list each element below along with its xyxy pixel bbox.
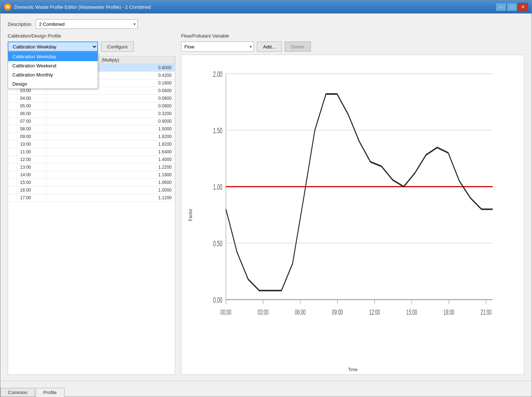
- table-row[interactable]: 14:00 1.1800: [8, 171, 175, 179]
- chart-x-label: Time: [348, 367, 357, 372]
- row-arrow: [8, 179, 17, 186]
- dropdown-item-weekend[interactable]: Calibration Weekend: [8, 61, 98, 70]
- row-value: 1.0600: [46, 179, 175, 186]
- row-arrow: [8, 164, 17, 171]
- title-bar: W Domestic Waste Profile Editor (Wastewa…: [0, 0, 532, 13]
- svg-text:18:00: 18:00: [443, 308, 454, 317]
- table-row[interactable]: 05:00 0.0800: [8, 102, 175, 110]
- row-time: 12:00: [17, 156, 46, 164]
- flow-dropdown-wrapper: Flow BOD TSS ▼: [181, 42, 254, 52]
- row-time: 07:00: [17, 118, 46, 125]
- table-row[interactable]: 13:00 1.2200: [8, 164, 175, 171]
- main-window: W Domestic Waste Profile Editor (Wastewa…: [0, 0, 532, 397]
- row-value: 1.6400: [46, 148, 175, 156]
- row-arrow: [8, 141, 17, 148]
- row-time: 16:00: [17, 186, 46, 194]
- description-label: Description: [8, 21, 31, 27]
- svg-text:0.50: 0.50: [213, 239, 223, 248]
- row-arrow: [8, 194, 17, 202]
- configure-button[interactable]: Configure: [101, 42, 134, 52]
- table-row[interactable]: 15:00 1.0600: [8, 179, 175, 186]
- row-value: 1.1800: [46, 171, 175, 179]
- svg-text:06:00: 06:00: [295, 308, 306, 317]
- table-row[interactable]: 04:00 0.0800: [8, 95, 175, 102]
- table-row[interactable]: 10:00 1.8200: [8, 141, 175, 148]
- flow-controls: Flow BOD TSS ▼ Add... Delete: [181, 42, 524, 52]
- row-value: 1.8200: [46, 133, 175, 141]
- row-value: 1.8200: [46, 141, 175, 148]
- close-button[interactable]: ✕: [518, 3, 528, 11]
- row-value: 1.2200: [46, 164, 175, 171]
- profile-controls: Calibration Weekday Calibration Weekend …: [8, 42, 175, 52]
- description-dropdown-wrapper: 2 Combined Design Other ▼: [36, 19, 138, 29]
- chart-area: Factor Time: [181, 55, 524, 375]
- minimize-button[interactable]: ─: [496, 3, 506, 11]
- svg-text:0.00: 0.00: [213, 295, 223, 304]
- tab-profile[interactable]: Profile: [36, 388, 64, 397]
- flow-section-label: Flow/Pollutant Variable: [181, 33, 524, 39]
- svg-text:00:00: 00:00: [220, 308, 231, 317]
- chart-y-label: Factor: [188, 208, 193, 221]
- row-time: 11:00: [17, 148, 46, 156]
- svg-text:2.00: 2.00: [213, 69, 223, 79]
- table-row[interactable]: 17:00 1.1200: [8, 194, 175, 202]
- table-row[interactable]: 09:00 1.8200: [8, 133, 175, 141]
- row-time: 04:00: [17, 95, 46, 102]
- svg-text:21:00: 21:00: [481, 308, 492, 317]
- dropdown-item-monthly[interactable]: Calibration Monthly: [8, 70, 98, 79]
- content-area: Description 2 Combined Design Other ▼ Ca…: [0, 13, 532, 381]
- row-time: 05:00: [17, 102, 46, 110]
- description-row: Description 2 Combined Design Other ▼: [8, 19, 524, 29]
- row-value: 0.3200: [46, 110, 175, 118]
- app-icon: W: [4, 3, 11, 11]
- description-dropdown[interactable]: 2 Combined Design Other: [36, 19, 138, 29]
- add-button[interactable]: Add...: [257, 42, 282, 52]
- flow-dropdown[interactable]: Flow BOD TSS: [181, 42, 254, 52]
- row-time: 08:00: [17, 125, 46, 133]
- table-row[interactable]: 06:00 0.3200: [8, 110, 175, 118]
- table-row[interactable]: 16:00 1.0000: [8, 186, 175, 194]
- row-time: 10:00: [17, 141, 46, 148]
- svg-text:09:00: 09:00: [332, 308, 343, 317]
- restore-button[interactable]: □: [507, 3, 517, 11]
- row-arrow: [8, 125, 17, 133]
- row-arrow: [8, 186, 17, 194]
- row-value: 0.0800: [46, 95, 175, 102]
- row-time: 13:00: [17, 164, 46, 171]
- row-value: 1.0000: [46, 186, 175, 194]
- table-row[interactable]: 08:00 1.5000: [8, 125, 175, 133]
- delete-button[interactable]: Delete: [285, 42, 311, 52]
- row-time: 15:00: [17, 179, 46, 186]
- row-arrow: [8, 133, 17, 141]
- svg-text:1.00: 1.00: [213, 182, 223, 192]
- right-panel: Flow/Pollutant Variable Flow BOD TSS ▼ A…: [181, 33, 524, 375]
- title-bar-left: W Domestic Waste Profile Editor (Wastewa…: [4, 3, 151, 11]
- tab-common[interactable]: Common: [0, 388, 35, 397]
- chart-svg: 2.00 1.50 1.00 0.50 0.00 00:00 03:00 06:…: [200, 59, 506, 360]
- svg-text:12:00: 12:00: [369, 308, 380, 317]
- svg-text:03:00: 03:00: [258, 308, 269, 317]
- row-value: 1.4000: [46, 156, 175, 164]
- row-arrow: [8, 148, 17, 156]
- dropdown-item-design[interactable]: Design: [8, 79, 98, 89]
- bottom-tabs: Common Profile: [0, 381, 532, 397]
- main-panels: Calibration/Design Profile Calibration W…: [8, 33, 524, 375]
- row-value: 0.0800: [46, 102, 175, 110]
- title-buttons: ─ □ ✕: [496, 3, 528, 11]
- table-row[interactable]: 07:00 0.9000: [8, 118, 175, 125]
- profile-dropdown[interactable]: Calibration Weekday Calibration Weekend …: [8, 42, 98, 52]
- row-time: 14:00: [17, 171, 46, 179]
- table-row[interactable]: 11:00 1.6400: [8, 148, 175, 156]
- data-table-container[interactable]: (hh:mm) (Multiply) ▶ 00:00 0.8000 01:00 …: [8, 56, 175, 375]
- row-arrow: [8, 156, 17, 164]
- profile-dropdown-wrapper: Calibration Weekday Calibration Weekend …: [8, 42, 98, 52]
- row-value: 1.5000: [46, 125, 175, 133]
- row-arrow: [8, 102, 17, 110]
- table-row[interactable]: 12:00 1.4000: [8, 156, 175, 164]
- row-value: 0.9000: [46, 118, 175, 125]
- svg-text:1.50: 1.50: [213, 126, 223, 135]
- row-time: 09:00: [17, 133, 46, 141]
- svg-text:15:00: 15:00: [406, 308, 417, 317]
- dropdown-item-weekday[interactable]: Calibration Weekday: [8, 52, 98, 61]
- row-value: 1.1200: [46, 194, 175, 202]
